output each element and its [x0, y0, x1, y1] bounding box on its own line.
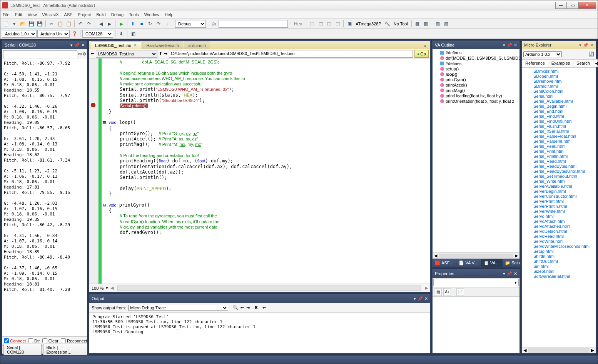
reference-file-link[interactable]: SDmkdir.html [533, 68, 595, 73]
tool-label[interactable]: No Tool [392, 22, 409, 26]
reference-file-link[interactable]: Sizeof.html [533, 269, 595, 274]
reference-file-link[interactable]: Serial_IfSerial.html [533, 129, 595, 134]
close-icon[interactable]: ✕ [590, 43, 593, 48]
menu-asf[interactable]: ASF [64, 12, 72, 17]
tab-search[interactable]: Search [573, 59, 593, 67]
reference-file-list[interactable]: SDmkdir.htmlSDopen.htmlSDremove.htmlSDrm… [522, 68, 596, 347]
reference-file-link[interactable]: Setup.html [533, 249, 595, 254]
outline-item[interactable]: printGyro() [433, 77, 519, 82]
config-dropdown[interactable]: Debug [175, 20, 206, 28]
reference-file-link[interactable]: Serial_ReadBytes.html [533, 164, 595, 169]
scope-dropdown[interactable]: LSM9DS0_Test.ino [96, 50, 157, 58]
reference-file-link[interactable]: Sin.html [533, 264, 595, 269]
outline-item[interactable]: #defines [433, 50, 519, 55]
close-icon[interactable]: ✕ [514, 43, 517, 48]
menu-view[interactable]: View [28, 12, 37, 17]
outline-item[interactable]: #defines [433, 61, 519, 66]
tb-icon[interactable]: ⬚ [325, 20, 333, 28]
device-label[interactable]: ATmega328P [354, 22, 383, 26]
reference-file-link[interactable]: SemiColon.html [533, 88, 595, 94]
dropdown-icon[interactable]: ▾ [70, 43, 73, 48]
minimize-button[interactable]: ― [555, 2, 567, 9]
h-scrollbar[interactable] [117, 286, 421, 291]
reference-file-link[interactable]: Serial_Available.html [533, 99, 595, 104]
help-icon[interactable]: ❓ [70, 30, 78, 38]
menu-help[interactable]: Help [165, 12, 174, 17]
outline-item[interactable]: printHeading(float hx, float hy) [433, 93, 519, 99]
tb-icon[interactable]: ▤ [443, 20, 450, 28]
menu-edit[interactable]: Edit [15, 12, 22, 17]
reference-file-link[interactable]: Serial_Print.html [533, 149, 595, 154]
close-icon[interactable]: ✕ [424, 296, 428, 301]
reference-file-link[interactable]: ServoWrite.html [533, 239, 595, 244]
reconnect-checkbox[interactable]: Reconnect [61, 338, 87, 343]
step-into-icon[interactable]: ↓ [163, 20, 171, 28]
outline-item[interactable]: dof(MODE_I2C, LSM9DS0_G, LSM9DS0… [433, 55, 519, 61]
redo-icon[interactable]: ↷ [85, 20, 93, 28]
pin-icon[interactable]: 📌 [507, 43, 512, 48]
clear-checkbox[interactable]: Clear [42, 338, 58, 343]
reference-file-link[interactable]: Serial_Write.html [533, 179, 595, 184]
save-icon[interactable]: 💾 [27, 20, 35, 28]
prev-msg-icon[interactable]: ⇤ [241, 305, 244, 310]
pin-icon[interactable]: 📌 [418, 296, 423, 301]
toggle-icon[interactable]: ◧ [129, 30, 137, 38]
reference-file-link[interactable]: ShiftIn.html [533, 254, 595, 259]
scroll-right-icon[interactable]: ▶ [590, 348, 596, 353]
tab-hardwareserial[interactable]: HardwareSerial.h [142, 42, 183, 49]
serial-send-input[interactable] [3, 50, 77, 58]
tab-arduino-h[interactable]: arduino.h [184, 42, 210, 49]
find-input[interactable] [219, 20, 288, 28]
tb-icon[interactable]: ⬚ [308, 20, 316, 28]
reference-file-link[interactable]: Serial_Find.html [533, 114, 595, 119]
tb-icon[interactable]: ▦ [422, 20, 430, 28]
pause-icon[interactable]: ⏸ [129, 20, 137, 28]
zoom-level[interactable]: 100 % [92, 286, 104, 291]
nav-back-icon[interactable]: ◀ [97, 20, 105, 28]
paste-icon[interactable]: 📋 [65, 20, 72, 28]
connect-checkbox[interactable]: Connect [4, 338, 26, 343]
nav-right-icon[interactable]: ➡ [164, 51, 167, 56]
go-button[interactable]: ●Go [414, 50, 429, 58]
settings-icon[interactable]: ⚙ [82, 52, 86, 57]
reference-file-link[interactable]: Serial_Begin.html [533, 104, 595, 109]
maximize-button[interactable]: ▭ [567, 2, 578, 9]
outline-item[interactable]: loop() [433, 72, 519, 77]
code-editor[interactable]: // dof.A_SCALE_6G, dof.M_SCALE_2GS); // … [102, 58, 430, 284]
alpha-sort-icon[interactable]: A↓ [443, 288, 451, 296]
save-all-icon[interactable]: 💾 [36, 20, 43, 28]
close-icon[interactable]: ✕ [514, 271, 517, 276]
tab-va[interactable]: 📋 VA… [481, 259, 503, 267]
outline-tree[interactable]: #definesdof(MODE_I2C, LSM9DS0_G, LSM9DS0… [433, 49, 519, 252]
start-debug-icon[interactable]: ▶ [117, 20, 125, 28]
port-dropdown[interactable]: COM128 [82, 30, 113, 38]
send-icon[interactable]: ✉ [78, 52, 82, 57]
reference-file-link[interactable]: Serial_End.html [533, 109, 595, 114]
word-wrap-icon[interactable]: ↩ [262, 305, 266, 310]
bottom-tab-serial[interactable]: Serial | COM128 [3, 344, 42, 356]
tb-icon[interactable]: ⬚ [334, 20, 341, 28]
dtr-checkbox[interactable]: Dtr [28, 338, 40, 343]
reference-file-link[interactable]: ShiftOut.html [533, 259, 595, 264]
reference-file-link[interactable]: ServoAttached.html [533, 224, 595, 229]
chip-icon[interactable]: ▣ [346, 20, 353, 28]
zoom-dropdown-icon[interactable]: ▾ [106, 286, 108, 291]
reference-file-link[interactable]: Serial_FindUntil.html [533, 119, 595, 124]
reference-file-link[interactable]: Servo.html [533, 214, 595, 219]
h-scrollbar[interactable] [528, 348, 590, 353]
cut-icon[interactable]: ✂ [48, 20, 55, 28]
scroll-right-icon[interactable]: ▶ [425, 286, 428, 291]
arduino-version-dropdown[interactable]: Arduino 1.0.x [2, 30, 37, 38]
close-icon[interactable]: ✕ [81, 43, 85, 48]
pin-icon[interactable]: 📌 [507, 271, 512, 276]
properties-object-dropdown[interactable]: ▾ [433, 279, 519, 286]
reference-file-link[interactable]: ServerAvailable.html [533, 184, 595, 189]
step-over-icon[interactable]: ↷ [155, 20, 162, 28]
reference-file-link[interactable]: Serial_ParseFloat.html [533, 134, 595, 139]
close-icon[interactable]: ✕ [134, 43, 137, 48]
nav-fwd-icon[interactable]: ▶ [105, 20, 113, 28]
scroll-left-icon[interactable]: ◀ [522, 348, 528, 353]
menu-tools[interactable]: Tools [129, 12, 139, 17]
reference-file-link[interactable]: Serial_Println.html [533, 154, 595, 159]
board-dropdown[interactable]: Arduino Uno [37, 30, 70, 38]
